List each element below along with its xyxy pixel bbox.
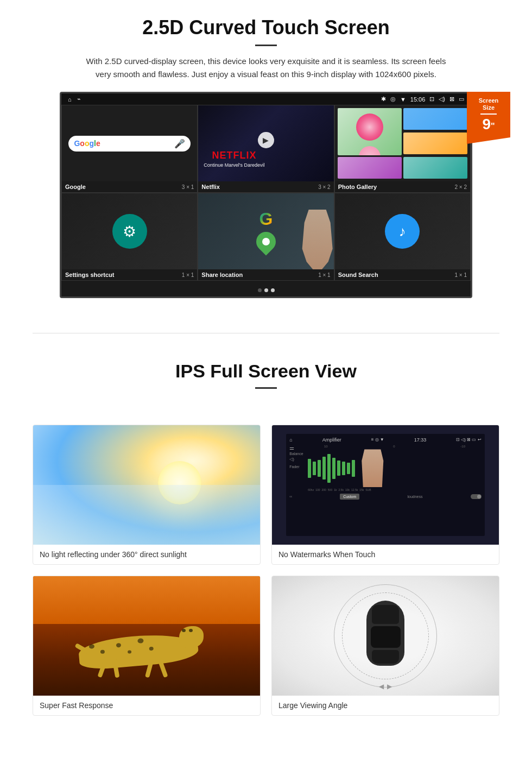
car-right-arrow: ▶ <box>387 683 392 690</box>
photo-thumb-flower <box>338 108 402 155</box>
google-mic-icon[interactable]: 🎤 <box>174 138 185 149</box>
status-right: ✱ ◎ ▼ 15:06 ⊡ ◁) ⊠ ▭ <box>381 96 464 103</box>
cheetah-legs <box>101 656 164 678</box>
image-card-cheetah: Super Fast Response <box>33 576 261 716</box>
device-mockup: ⌂ ⌁ ✱ ◎ ▼ 15:06 ⊡ ◁) ⊠ ▭ <box>60 92 472 298</box>
status-bar: ⌂ ⌁ ✱ ◎ ▼ 15:06 ⊡ ◁) ⊠ ▭ <box>61 93 471 105</box>
amp-header: ⌂ Amplifier ≡ ◎ ▼ 17:33 ⊡ ◁) ⊠ ▭ ↩ <box>289 437 481 443</box>
volume-icon: ◁) <box>439 96 445 103</box>
sound-search-app-size: 1 × 1 <box>454 272 467 278</box>
settings-label-row: Settings shortcut 1 × 1 <box>62 269 197 280</box>
image-card-amplifier: ⌂ Amplifier ≡ ◎ ▼ 17:33 ⊡ ◁) ⊠ ▭ ↩ ⚌ Bal… <box>271 425 499 565</box>
amp-balance-label: Balance <box>289 452 306 456</box>
car-roof <box>371 626 401 648</box>
photo-gallery-label-row: Photo Gallery 2 × 2 <box>335 181 470 192</box>
google-cell-inner: Google 🎤 <box>62 105 197 181</box>
amp-toggle[interactable] <box>471 494 482 499</box>
cheetah-caption: Super Fast Response <box>33 696 260 715</box>
app-cell-google[interactable]: Google 🎤 Google 3 × 1 <box>61 105 198 193</box>
photo-gallery-app-size: 2 × 2 <box>454 184 467 190</box>
camera-icon: ⊡ <box>429 96 434 103</box>
dot-pagination-bar <box>61 281 471 297</box>
image-grid: No light reflecting under 360° direct su… <box>0 414 532 721</box>
sunlight-caption: No light reflecting under 360° direct su… <box>33 545 260 564</box>
settings-app-size: 1 × 1 <box>182 272 194 278</box>
section-ips: IPS Full Screen View <box>0 355 532 414</box>
car-caption: Large Viewing Angle <box>272 696 499 715</box>
section1-description: With 2.5D curved-display screen, this de… <box>81 55 451 81</box>
sound-search-icon: ♪ <box>385 214 420 249</box>
badge-number: 9 <box>482 116 491 133</box>
screen-size-badge: Screen Size 9" <box>467 92 510 137</box>
amp-bar-1[interactable] <box>308 459 311 478</box>
amp-bar-6[interactable] <box>332 458 335 479</box>
amp-time: 17:33 <box>414 437 427 443</box>
google-search-bar[interactable]: Google 🎤 <box>68 136 190 152</box>
amp-volume-icon: ◁) <box>289 457 306 462</box>
amp-icons: ≡ ◎ ▼ <box>371 437 384 443</box>
amp-bar-10[interactable] <box>352 460 355 477</box>
sound-search-app-name: Sound Search <box>338 272 378 278</box>
netflix-logo: NETFLIX <box>204 150 264 161</box>
app-cell-netflix[interactable]: ▶ NETFLIX Continue Marvel's Daredevil Ne… <box>198 105 334 193</box>
amp-labels: ⚌ Balance ◁) Fader <box>289 445 306 491</box>
amp-bar-8[interactable] <box>342 462 345 475</box>
photo-thumb-extra <box>338 157 402 179</box>
sound-search-label-row: Sound Search 1 × 1 <box>335 269 470 280</box>
netflix-cell-inner: ▶ NETFLIX Continue Marvel's Daredevil <box>198 105 333 181</box>
amp-bar-labels: 60hz 100 200 500 1k 2.5k 10k 12.5k 15k S… <box>308 488 481 491</box>
amp-bar-3[interactable] <box>318 460 321 477</box>
app-cell-photo-gallery[interactable]: Photo Gallery 2 × 2 <box>334 105 471 193</box>
netflix-subtitle: Continue Marvel's Daredevil <box>204 162 264 168</box>
amp-custom-btn[interactable]: Custom <box>340 494 359 500</box>
amp-bar-7[interactable] <box>337 460 340 476</box>
bluetooth-icon: ✱ <box>381 96 386 103</box>
dot-2 <box>264 288 268 292</box>
netflix-bg: ▶ NETFLIX Continue Marvel's Daredevil <box>198 105 333 181</box>
title-divider <box>255 45 277 46</box>
photo-thumb-orange <box>403 133 467 154</box>
cheetah-image <box>33 576 260 696</box>
app-grid-row1: Google 🎤 Google 3 × 1 <box>61 105 471 193</box>
car-image: ◀ ▶ <box>272 576 499 696</box>
photo-thumb-extra2 <box>403 157 467 179</box>
close-status-icon: ⊠ <box>449 96 454 103</box>
amp-bar-4[interactable] <box>322 457 326 480</box>
amp-prev-icon[interactable]: ‹‹ <box>289 495 292 499</box>
amp-title: Amplifier <box>322 437 341 443</box>
netflix-label-row: Netflix 3 × 2 <box>198 181 333 192</box>
car-windshield <box>372 605 399 624</box>
usb-icon: ⌁ <box>77 96 81 103</box>
section2-title: IPS Full Screen View <box>33 361 499 382</box>
amp-home-icon: ⌂ <box>289 437 292 443</box>
amp-hand-touch <box>359 449 386 487</box>
app-cell-sound-search[interactable]: ♪ Sound Search 1 × 1 <box>334 193 471 281</box>
settings-cell-inner: ⚙ <box>62 193 197 269</box>
netflix-play-button[interactable]: ▶ <box>258 132 274 148</box>
amp-bar-9[interactable] <box>347 463 350 474</box>
section-curved-screen: 2.5D Curved Touch Screen With 2.5D curve… <box>0 0 532 311</box>
car-body <box>366 601 404 666</box>
section2-divider <box>255 387 277 389</box>
share-location-bg: G <box>198 193 333 269</box>
amp-sliders-icon: ⚌ <box>289 445 306 451</box>
amp-bar-5[interactable] <box>327 454 331 483</box>
settings-icon: ⚙ <box>112 214 147 249</box>
amplifier-caption: No Watermarks When Touch <box>272 545 499 564</box>
app-cell-settings[interactable]: ⚙ Settings shortcut 1 × 1 <box>61 193 198 281</box>
google-label-row: Google 3 × 1 <box>62 181 197 192</box>
hand-touch-illustration <box>296 210 334 269</box>
dot-pagination <box>61 288 471 292</box>
app-cell-share-location[interactable]: G Share location 1 × 1 <box>198 193 334 281</box>
window-icon: ▭ <box>459 96 464 103</box>
status-time: 15:06 <box>410 96 426 103</box>
amp-bar-2[interactable] <box>313 462 316 475</box>
badge-title: Screen Size <box>474 97 503 111</box>
amp-footer: ‹‹ Custom loudness <box>289 494 481 500</box>
location-icon: ◎ <box>390 96 396 103</box>
share-location-cell-inner: G <box>198 193 333 269</box>
car-left-arrow: ◀ <box>379 683 384 690</box>
netflix-app-size: 3 × 2 <box>318 184 331 190</box>
amp-bars-container: 10 0 -10 <box>308 445 481 491</box>
wifi-icon: ▼ <box>400 96 406 103</box>
